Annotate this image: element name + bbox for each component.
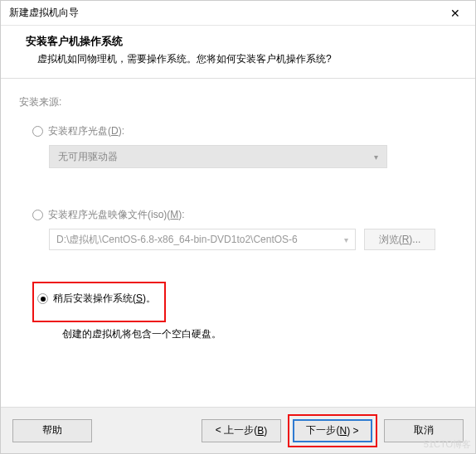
back-button[interactable]: < 上一步(B) — [202, 419, 281, 442]
browse-button[interactable]: 浏览(R)... — [364, 229, 435, 250]
titlebar: 新建虚拟机向导 ✕ — [1, 1, 475, 26]
header-subtitle: 虚拟机如同物理机，需要操作系统。您将如何安装客户机操作系统? — [26, 52, 457, 66]
header-title: 安装客户机操作系统 — [26, 34, 457, 49]
drive-combo-value: 无可用驱动器 — [58, 150, 118, 164]
chevron-down-icon: ▾ — [374, 152, 378, 162]
radio-icon — [37, 293, 48, 304]
option-install-later-group: 稍后安装操作系统(S)。 创建的虚拟机将包含一个空白硬盘。 — [32, 282, 457, 341]
install-source-label: 安装来源: — [19, 95, 457, 109]
option-install-disc[interactable]: 安装程序光盘(D): 无可用驱动器 ▾ — [32, 124, 457, 168]
next-button[interactable]: 下一步(N) > — [293, 419, 372, 442]
chevron-down-icon: ▾ — [344, 235, 348, 244]
window-title: 新建虚拟机向导 — [9, 6, 439, 20]
option-install-later[interactable]: 稍后安装操作系统(S)。 — [37, 292, 156, 306]
iso-path-value: D:\虚拟机\CentOS-6.8-x86_64-bin-DVD1to2\Cen… — [56, 233, 298, 247]
wizard-dialog: 新建虚拟机向导 ✕ 安装客户机操作系统 虚拟机如同物理机，需要操作系统。您将如何… — [0, 0, 476, 454]
option-install-disc-label: 安装程序光盘(D): — [48, 124, 124, 138]
radio-icon — [32, 126, 43, 137]
radio-icon — [32, 210, 43, 220]
help-button[interactable]: 帮助 — [12, 419, 92, 442]
close-icon[interactable]: ✕ — [439, 2, 472, 25]
highlight-selected: 稍后安装操作系统(S)。 — [32, 282, 166, 322]
header: 安装客户机操作系统 虚拟机如同物理机，需要操作系统。您将如何安装客户机操作系统? — [1, 26, 475, 79]
content-area: 安装来源: 安装程序光盘(D): 无可用驱动器 ▾ 安装程序光盘映像文件(iso… — [1, 79, 475, 407]
drive-combo[interactable]: 无可用驱动器 ▾ — [49, 145, 387, 168]
highlight-next: 下一步(N) > — [288, 414, 377, 447]
option-install-iso[interactable]: 安装程序光盘映像文件(iso)(M): D:\虚拟机\CentOS-6.8-x8… — [32, 208, 457, 250]
option-install-later-label: 稍后安装操作系统(S)。 — [53, 292, 156, 306]
option-install-iso-label: 安装程序光盘映像文件(iso)(M): — [48, 208, 185, 222]
watermark: 51CTO博客 — [424, 438, 471, 451]
iso-path-input[interactable]: D:\虚拟机\CentOS-6.8-x86_64-bin-DVD1to2\Cen… — [49, 229, 356, 250]
option-install-later-help: 创建的虚拟机将包含一个空白硬盘。 — [62, 327, 457, 341]
footer: 帮助 < 上一步(B) 下一步(N) > 取消 — [1, 407, 475, 453]
